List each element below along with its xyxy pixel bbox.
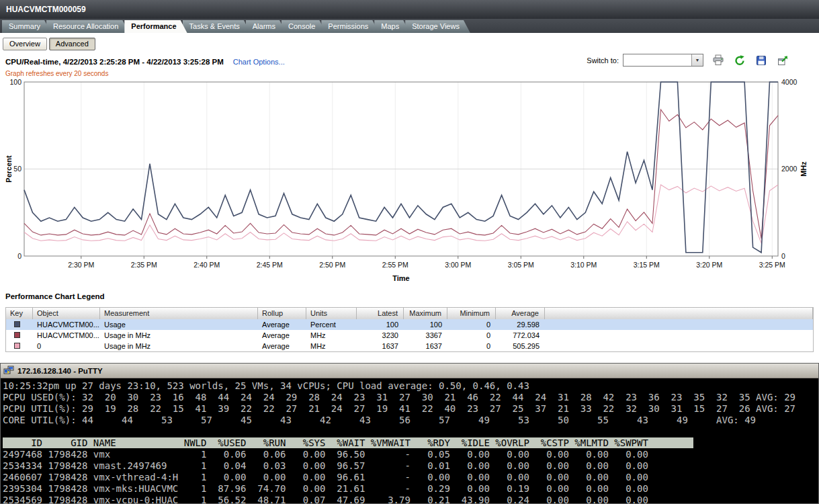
tab-storage-views[interactable]: Storage Views — [405, 20, 470, 33]
legend-cell: 0 — [447, 330, 496, 341]
chart-toolbar: Switch to: ▼ — [587, 54, 789, 67]
legend-cell: Usage — [100, 319, 258, 330]
legend-cell: HUACVMCTM00... — [33, 330, 100, 341]
svg-text:50: 50 — [13, 165, 21, 173]
legend-col-average[interactable]: Average — [496, 308, 545, 319]
chevron-down-icon[interactable]: ▼ — [691, 54, 703, 66]
terminal-line: 2460607 1798428 vmx-vthread-4:H 1 0.00 0… — [3, 472, 818, 483]
legend-cell: 0 — [447, 341, 496, 351]
svg-text:0: 0 — [781, 252, 785, 260]
legend-cell: Average — [258, 341, 306, 351]
tab-resource-allocation[interactable]: Resource Allocation — [46, 20, 129, 33]
tab-summary[interactable]: Summary — [2, 20, 51, 33]
svg-text:2:45 PM: 2:45 PM — [257, 261, 283, 269]
legend-cell: 0 — [33, 341, 100, 351]
legend-row[interactable]: 0Usage in MHzAverageMHz163716370505.295 — [6, 341, 813, 351]
switch-to-label: Switch to: — [587, 56, 619, 65]
series-color-swatch — [14, 321, 20, 327]
legend-cell: 100 — [404, 319, 447, 330]
putty-title: 172.16.128.140 - PuTTY — [17, 367, 103, 375]
legend-cell: 3367 — [404, 330, 447, 341]
putty-window: 172.16.128.140 - PuTTY 10:25:32pm up 27 … — [0, 363, 819, 504]
advanced-view-button[interactable]: Advanced — [49, 38, 95, 50]
tab-maps[interactable]: Maps — [374, 20, 410, 33]
terminal-line: CORE UTIL(%): 44 44 53 57 45 43 42 43 56… — [3, 415, 818, 426]
putty-title-bar[interactable]: 172.16.128.140 - PuTTY — [1, 364, 818, 378]
legend-cell: 0 — [447, 319, 496, 330]
performance-chart: 2:30 PM2:35 PM2:40 PM2:45 PM2:50 PM2:55 … — [5, 78, 814, 283]
svg-text:2:55 PM: 2:55 PM — [382, 261, 408, 269]
legend-cell: 29.598 — [496, 319, 545, 330]
chart-header: CPU/Real-time, 4/22/2013 2:25:28 PM - 4/… — [5, 55, 819, 69]
legend-col-units[interactable]: Units — [306, 308, 357, 319]
terminal-line: 2534334 1798428 vmast.2497469 1 0.04 0.0… — [3, 460, 818, 472]
print-button[interactable] — [712, 54, 725, 67]
legend-cell: 1637 — [357, 341, 404, 351]
refresh-note: Graph refreshes every 20 seconds — [5, 70, 819, 78]
legend-cell: 1637 — [404, 341, 447, 351]
legend-cell: Usage in MHz — [100, 341, 258, 351]
tab-console[interactable]: Console — [282, 20, 326, 33]
legend-col-measurement[interactable]: Measurement — [100, 308, 258, 319]
legend-cell: Average — [258, 319, 306, 330]
legend-table: KeyObjectMeasurementRollupUnitsLatestMax… — [5, 307, 814, 352]
legend-row[interactable]: HUACVMCTM00...UsageAveragePercent1001000… — [6, 319, 813, 330]
legend-col-latest[interactable]: Latest — [357, 308, 404, 319]
legend-col-minimum[interactable]: Minimum — [447, 308, 496, 319]
legend-col-object[interactable]: Object — [33, 308, 100, 319]
vm-title: HUACVMCTM000059 — [6, 5, 86, 14]
legend-cell: 3230 — [357, 330, 404, 341]
svg-text:2:40 PM: 2:40 PM — [193, 261, 220, 269]
terminal-line: 2534569 1798428 vmx-vcpu-0:HUAC 1 56.52 … — [3, 495, 818, 503]
svg-text:3:10 PM: 3:10 PM — [570, 261, 597, 269]
tab-permissions[interactable]: Permissions — [321, 20, 379, 33]
refresh-button[interactable] — [733, 54, 746, 67]
legend-cell: MHz — [306, 341, 357, 351]
terminal-line: ID GID NAME NWLD %USED %RUN %SYS %WAIT %… — [3, 437, 818, 449]
switch-to-dropdown[interactable]: ▼ — [623, 54, 703, 67]
legend-cell: MHz — [306, 330, 357, 341]
tab-tasks-events[interactable]: Tasks & Events — [183, 20, 251, 33]
svg-text:100: 100 — [9, 78, 21, 86]
svg-text:3:15 PM: 3:15 PM — [634, 261, 660, 269]
legend-key-cell — [6, 319, 33, 330]
legend-col-rollup[interactable]: Rollup — [258, 308, 306, 319]
legend-cell: Usage in MHz — [100, 330, 258, 341]
terminal[interactable]: 10:25:32pm up 27 days 23:10, 523 worlds,… — [1, 378, 818, 503]
tab-performance[interactable]: Performance — [124, 20, 187, 33]
svg-text:Percent: Percent — [5, 155, 13, 183]
svg-text:MHz: MHz — [800, 161, 808, 177]
chart-options-link[interactable]: Chart Options... — [233, 58, 285, 66]
terminal-line — [3, 426, 818, 437]
svg-text:3:20 PM: 3:20 PM — [696, 261, 722, 269]
legend-key-cell — [6, 330, 33, 341]
legend-cell: 772.034 — [496, 330, 545, 341]
popout-chart-button[interactable] — [776, 54, 789, 67]
save-button[interactable] — [755, 54, 768, 67]
svg-text:0: 0 — [17, 252, 21, 260]
legend-cell: 505.295 — [496, 341, 545, 351]
svg-text:3:25 PM: 3:25 PM — [759, 261, 785, 269]
legend-title: Performance Chart Legend — [5, 292, 819, 300]
svg-text:4000: 4000 — [781, 78, 798, 86]
legend-col-key[interactable]: Key — [6, 308, 33, 319]
svg-text:3:05 PM: 3:05 PM — [508, 261, 534, 269]
legend-row[interactable]: HUACVMCTM00...Usage in MHzAverageMHz3230… — [6, 330, 813, 341]
terminal-line: 2395304 1798428 vmx-mks:HUACVMC 1 87.96 … — [3, 483, 818, 495]
legend-header-row: KeyObjectMeasurementRollupUnitsLatestMax… — [6, 308, 813, 319]
refresh-icon — [734, 54, 746, 67]
tab-alarms[interactable]: Alarms — [246, 20, 286, 33]
tab-bar: SummaryResource AllocationPerformanceTas… — [0, 19, 819, 33]
legend-cell: HUACVMCTM00... — [33, 319, 100, 330]
popout-chart-icon — [777, 54, 789, 67]
legend-cell: Percent — [306, 319, 357, 330]
chart-title: CPU/Real-time, 4/22/2013 2:25:28 PM - 4/… — [5, 58, 224, 66]
svg-text:2000: 2000 — [781, 165, 798, 173]
terminal-line: PCPU UTIL(%): 29 19 28 22 15 41 39 22 22… — [3, 403, 818, 415]
legend-col-maximum[interactable]: Maximum — [404, 308, 447, 319]
content-area: OverviewAdvanced CPU/Real-time, 4/22/201… — [0, 33, 819, 363]
putty-icon — [3, 366, 14, 376]
legend-cell: 100 — [357, 319, 404, 330]
overview-view-button[interactable]: Overview — [3, 38, 47, 50]
legend-cell: Average — [258, 330, 306, 341]
